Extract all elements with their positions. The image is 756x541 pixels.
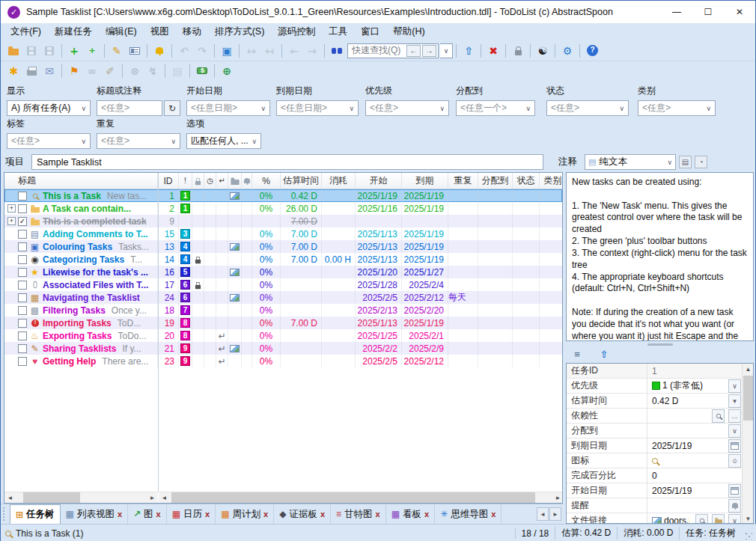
column-header-category[interactable]: 类别 — [540, 173, 563, 189]
column-splitter[interactable] — [158, 173, 159, 492]
column-header-recurrence[interactable]: ↵ — [216, 173, 228, 189]
task-checkbox[interactable] — [18, 344, 27, 353]
print-button[interactable] — [22, 63, 40, 79]
tab-close-icon[interactable]: x — [320, 510, 325, 519]
attribute-value-start-date[interactable]: 2025/1/19 — [647, 483, 753, 498]
task-row[interactable]: Associated Files with T...1760%2025/1/28… — [4, 278, 562, 291]
tabs-scroll-left-icon[interactable]: ◄ — [537, 507, 549, 521]
menu-item-tools[interactable]: 工具 — [322, 23, 354, 40]
attribute-value-percent-done[interactable]: 0 — [647, 468, 753, 483]
outdent-task-button[interactable]: ↤ — [260, 43, 278, 59]
menu-item-file[interactable]: 文件(F) — [4, 23, 48, 40]
find-tasks-button[interactable] — [328, 43, 346, 59]
column-header-time-spent[interactable]: 消耗 — [322, 173, 356, 189]
filter-refresh-button[interactable]: ↻ — [164, 100, 180, 116]
column-header-due-date[interactable]: 到期 — [402, 173, 448, 189]
undo-button[interactable]: ↶ — [175, 43, 193, 59]
attribute-value-task-id[interactable]: 1 — [647, 364, 753, 378]
task-checkbox[interactable] — [18, 255, 27, 264]
dropdown-button[interactable]: ∨ — [728, 379, 741, 393]
task-checkbox[interactable] — [18, 230, 27, 239]
comments-format-select[interactable]: ▤ 纯文本 ∨ — [585, 154, 676, 170]
attribute-value-dependency[interactable]: … — [647, 409, 753, 423]
edit-task-button[interactable]: ✎ — [108, 43, 126, 59]
tab-chart[interactable]: ↗图x — [128, 504, 167, 524]
task-checkbox[interactable] — [18, 204, 27, 213]
tabs-scroll-right-icon[interactable]: ► — [549, 507, 561, 521]
task-checkbox[interactable]: ✓ — [18, 217, 27, 226]
browse-web-button[interactable]: ⊕ — [218, 63, 236, 79]
minimize-button[interactable]: — — [661, 1, 692, 23]
task-checkbox[interactable] — [18, 306, 27, 315]
expand-icon[interactable]: + — [7, 217, 16, 225]
comments-layout-button[interactable]: ▤ — [679, 156, 692, 168]
scrollbar-thumb[interactable] — [171, 492, 535, 504]
menu-item-move[interactable]: 移动 — [176, 23, 208, 40]
task-row[interactable]: Importing TasksToD...1980%7.00 D2025/1/1… — [4, 317, 562, 329]
stop-tracking-button[interactable]: ⊗ — [126, 63, 144, 79]
column-header-allocated-to[interactable]: 分配到 — [478, 173, 513, 189]
next-task-button[interactable]: → — [303, 43, 321, 59]
task-checkbox[interactable] — [18, 268, 27, 277]
dropdown-button[interactable]: ∨ — [728, 514, 741, 525]
sort-tasks-button[interactable]: ⇧ — [460, 43, 478, 59]
indent-task-button[interactable]: ↦ — [243, 43, 260, 59]
filter-due-date-select[interactable]: <任意日期>∨ — [276, 100, 359, 116]
right-panel-splitter[interactable] — [566, 343, 754, 346]
task-row[interactable]: ▩Filtering TasksOnce y...1870%2025/2/132… — [4, 304, 562, 317]
column-header-reminder[interactable] — [242, 173, 252, 189]
task-row[interactable]: +✓This is a completed task97.00 D — [4, 215, 562, 227]
save-tasklist-button[interactable] — [22, 43, 40, 59]
open-tasklist-button[interactable] — [4, 43, 22, 59]
preferences-button[interactable]: ⚙ — [558, 43, 576, 59]
toggle-sorting-button[interactable]: ⇧ — [595, 346, 613, 363]
scrollbar-thumb[interactable] — [23, 492, 80, 504]
menu-item-new-task[interactable]: 新建任务 — [48, 23, 99, 40]
column-header-time[interactable]: ◷ — [204, 173, 216, 189]
new-task-button[interactable]: + — [65, 43, 83, 59]
column-header-id[interactable]: ID — [158, 173, 179, 189]
browse-button[interactable]: … — [728, 409, 741, 423]
prev-task-button[interactable]: ← — [285, 43, 303, 59]
task-checkbox[interactable] — [18, 331, 27, 340]
task-row[interactable]: ★Likewise for the task's ...1650%2025/1/… — [4, 266, 562, 278]
menu-item-edit[interactable]: 编辑(E) — [99, 23, 144, 40]
dropdown-button[interactable]: ∨ — [728, 424, 741, 438]
task-checkbox[interactable] — [18, 293, 27, 302]
delete-task-button[interactable]: ✖ — [484, 43, 502, 59]
quick-find-next-button[interactable]: → — [422, 45, 436, 57]
link-task-button[interactable]: ∞ — [83, 63, 101, 79]
tab-drag-grip[interactable] — [3, 507, 7, 521]
attribute-value-due-date[interactable]: 2025/1/19 — [647, 438, 753, 453]
dropdown-button[interactable]: ▾ — [728, 394, 741, 408]
attributes-v-scrollbar[interactable]: ▲ ▼ — [742, 364, 753, 524]
reminder-button[interactable] — [728, 499, 741, 513]
scroll-left-icon[interactable]: ◄ — [4, 492, 16, 504]
attribute-value-icon[interactable]: ☺ — [647, 453, 753, 468]
cleanup-button[interactable]: ✐ — [101, 63, 119, 79]
tab-task-tree[interactable]: ⊞任务树 — [10, 504, 61, 524]
menu-item-view[interactable]: 视图 — [144, 23, 176, 40]
quick-find-prev-button[interactable]: ← — [406, 45, 421, 57]
scroll-down-icon[interactable]: ▼ — [743, 513, 754, 524]
task-row[interactable]: ◉Categorizing TasksT...1440%7.00 D0.00 H… — [4, 253, 562, 266]
send-email-button[interactable]: ✉ — [40, 63, 58, 79]
attribute-value-priority[interactable]: 1 (非常低)∨ — [647, 379, 753, 393]
expand-icon[interactable]: + — [7, 204, 16, 213]
filter-title-or-comments-input[interactable]: <任意> — [97, 100, 162, 116]
task-checkbox[interactable] — [18, 281, 27, 290]
scroll-right-icon[interactable]: ► — [552, 492, 563, 504]
scroll-up-icon[interactable]: ▲ — [743, 364, 754, 375]
task-row[interactable]: ▣Colouring TasksTasks...1340%7.00 D2025/… — [4, 240, 562, 253]
browse-file-button[interactable] — [712, 514, 725, 525]
menu-item-source-control[interactable]: 源码控制 — [271, 23, 322, 40]
tab-kanban[interactable]: ▦看板x — [386, 504, 435, 524]
tab-evidence-board[interactable]: ◆证据板x — [274, 504, 331, 524]
task-row[interactable]: +A Task can contain...210%26.00 D2025/1/… — [4, 202, 562, 215]
quick-find-dropdown[interactable]: ∨ — [440, 43, 453, 58]
project-input[interactable]: Sample Tasklist — [31, 154, 543, 170]
filter-allocated-to-select[interactable]: <任意一个>∨ — [456, 100, 535, 116]
toggle-theme-button[interactable]: ☯ — [534, 43, 552, 59]
task-row[interactable]: This is a TaskNew tas...110%0.42 D2025/1… — [4, 189, 562, 202]
filter-tags-select[interactable]: <任意>∨ — [7, 133, 91, 149]
